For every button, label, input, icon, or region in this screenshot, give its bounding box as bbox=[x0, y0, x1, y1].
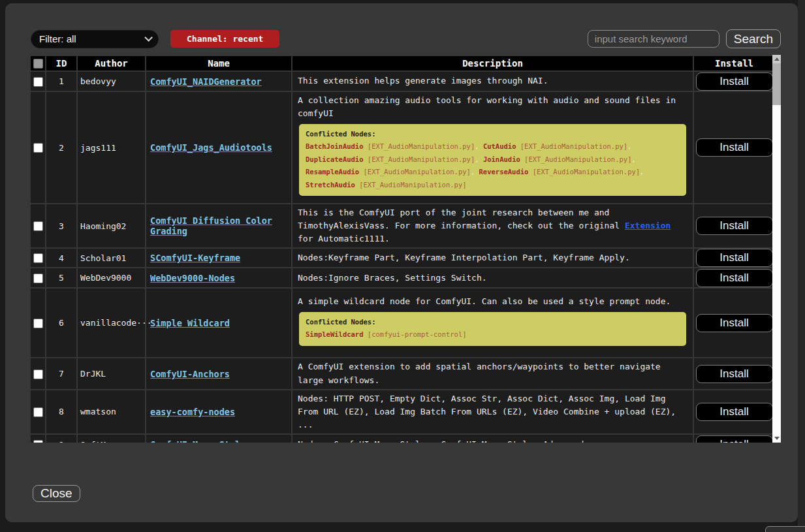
conflict-node-source: [EXT_AudioManipulation.py] bbox=[359, 181, 466, 189]
conflict-node-source: [EXT_AudioManipulation.py] bbox=[533, 168, 640, 176]
conflict-node-name: DuplicateAudio bbox=[306, 155, 364, 163]
row-description-cell: Nodes:Keyframe Part, Keyframe Interpolat… bbox=[292, 248, 693, 268]
conflicted-nodes-list: BatchJoinAudio [EXT_AudioManipulation.py… bbox=[306, 142, 644, 189]
description-text: Nodes:Keyframe Part, Keyframe Interpolat… bbox=[298, 251, 687, 264]
column-header-id: ID bbox=[46, 55, 77, 71]
table-row: 6vanillacode···Simple WildcardA simple w… bbox=[30, 288, 772, 358]
row-author: Haoming02 bbox=[77, 204, 146, 248]
row-checkbox-cell bbox=[30, 204, 46, 248]
arrow-down-icon bbox=[774, 437, 780, 440]
conflict-node-name: SimpleWildcard bbox=[306, 330, 364, 338]
row-checkbox[interactable] bbox=[33, 253, 43, 263]
extension-name-link[interactable]: easy-comfy-nodes bbox=[150, 407, 235, 417]
row-description-cell: A collection amazing audio tools for wor… bbox=[292, 91, 693, 204]
row-id: 2 bbox=[46, 91, 77, 204]
extension-name-link[interactable]: ComfyUI_Mexx_Styler bbox=[150, 439, 251, 443]
row-id: 5 bbox=[46, 268, 77, 288]
row-description-cell: Nodes: HTTP POST, Empty Dict, Assoc Str,… bbox=[292, 390, 693, 434]
filter-select-value: Filter: all bbox=[39, 33, 76, 44]
conflict-node-source: [EXT_AudioManipulation.py] bbox=[520, 142, 627, 150]
row-checkbox-cell bbox=[30, 288, 46, 358]
row-author: Scholar01 bbox=[77, 248, 146, 268]
table-header-row: ID Author Name Description Install bbox=[30, 55, 772, 71]
column-header-description: Description bbox=[292, 55, 693, 71]
install-button[interactable]: Install bbox=[696, 435, 773, 443]
row-checkbox[interactable] bbox=[33, 319, 43, 328]
row-install-cell: Install bbox=[693, 268, 772, 288]
row-author: jags111 bbox=[77, 91, 146, 204]
row-description-cell: Nodes: ComfyUI Mexx Styler, ComfyUI Mexx… bbox=[292, 434, 693, 443]
row-checkbox[interactable] bbox=[33, 143, 43, 153]
conflicted-nodes-warning: Conflicted Nodes:SimpleWildcard [comfyui… bbox=[299, 312, 686, 345]
table-row: 3Haoming02ComfyUI Diffusion Color Gradin… bbox=[30, 204, 772, 248]
row-id: 4 bbox=[46, 248, 77, 268]
install-button[interactable]: Install bbox=[696, 403, 773, 421]
row-install-cell: Install bbox=[693, 434, 772, 443]
conflict-node-source: [EXT_AudioManipulation.py] bbox=[524, 155, 631, 163]
row-author: vanillacode··· bbox=[77, 288, 146, 358]
install-button[interactable]: Install bbox=[696, 269, 773, 287]
description-text: Nodes: HTTP POST, Empty Dict, Assoc Str,… bbox=[298, 392, 687, 431]
table-row: 2jags111ComfyUI_Jags_AudiotoolsA collect… bbox=[30, 91, 772, 204]
row-install-cell: Install bbox=[693, 204, 772, 248]
install-button[interactable]: Install bbox=[696, 314, 773, 332]
row-author: bedovyy bbox=[77, 71, 146, 91]
conflict-node-name: ReverseAudio bbox=[479, 168, 529, 176]
scroll-up-button[interactable] bbox=[772, 55, 781, 63]
description-text: A ComfyUI extension to add spatial ancho… bbox=[298, 360, 687, 386]
row-checkbox-cell bbox=[30, 434, 46, 443]
row-checkbox[interactable] bbox=[33, 221, 43, 231]
table-area: ID Author Name Description Install 1bedo… bbox=[29, 55, 781, 443]
conflicted-nodes-warning: Conflicted Nodes:BatchJoinAudio [EXT_Aud… bbox=[299, 124, 686, 196]
header-checkbox-cell bbox=[30, 55, 46, 71]
install-button[interactable]: Install bbox=[696, 217, 773, 235]
install-button[interactable]: Install bbox=[696, 365, 773, 383]
row-install-cell: Install bbox=[693, 288, 772, 358]
row-checkbox[interactable] bbox=[33, 440, 43, 443]
select-all-checkbox[interactable] bbox=[33, 59, 43, 69]
row-checkbox-cell bbox=[30, 71, 46, 91]
extension-name-link[interactable]: Simple Wildcard bbox=[150, 318, 230, 328]
conflict-node-name: CutAudio bbox=[483, 142, 516, 150]
row-checkbox[interactable] bbox=[33, 77, 43, 87]
row-checkbox-cell bbox=[30, 358, 46, 389]
conflict-node-source: [EXT_AudioManipulation.py] bbox=[368, 142, 475, 150]
scrollbar-thumb[interactable] bbox=[772, 63, 781, 105]
row-author: WebDev9000 bbox=[77, 268, 146, 288]
search-input[interactable] bbox=[588, 30, 719, 48]
search-button[interactable]: Search bbox=[726, 29, 781, 48]
extension-name-link[interactable]: ComfyUI-Anchors bbox=[150, 369, 230, 379]
channel-badge[interactable]: Channel: recent bbox=[170, 30, 279, 48]
description-text: A collection amazing audio tools for wor… bbox=[298, 94, 687, 120]
row-author: DrJKL bbox=[77, 358, 146, 389]
conflict-node-source: [EXT_AudioManipulation.py] bbox=[368, 155, 475, 163]
filter-select[interactable]: Filter: all bbox=[31, 30, 159, 48]
extension-name-link[interactable]: SComfyUI-Keyframe bbox=[150, 253, 240, 263]
description-link[interactable]: Extension bbox=[625, 221, 671, 230]
close-button[interactable]: Close bbox=[33, 485, 80, 502]
row-install-cell: Install bbox=[693, 358, 772, 389]
extension-name-link[interactable]: ComfyUI_NAIDGenerator bbox=[150, 76, 262, 87]
scroll-down-button[interactable] bbox=[772, 434, 781, 443]
install-button[interactable]: Install bbox=[696, 72, 773, 91]
row-id: 8 bbox=[46, 390, 77, 434]
description-text: This extension helps generate images thr… bbox=[298, 74, 687, 87]
row-checkbox[interactable] bbox=[33, 274, 43, 283]
install-button[interactable]: Install bbox=[696, 138, 773, 157]
extension-name-link[interactable]: ComfyUI_Jags_Audiotools bbox=[150, 142, 272, 153]
table-scrollbar[interactable] bbox=[772, 55, 781, 443]
conflict-node-name: JoinAudio bbox=[483, 155, 520, 163]
extension-name-link[interactable]: ComfyUI Diffusion Color Grading bbox=[150, 215, 272, 236]
row-id: 6 bbox=[46, 288, 77, 358]
row-description-cell: Nodes:Ignore Braces, Settings Switch. bbox=[292, 268, 693, 288]
row-checkbox[interactable] bbox=[33, 407, 43, 417]
install-button[interactable]: Install bbox=[696, 249, 773, 267]
row-name-cell: easy-comfy-nodes bbox=[146, 390, 292, 434]
row-description-cell: This extension helps generate images thr… bbox=[292, 71, 693, 91]
row-id: 9 bbox=[46, 434, 77, 443]
row-checkbox[interactable] bbox=[33, 369, 43, 379]
table-row: 7DrJKLComfyUI-AnchorsA ComfyUI extension… bbox=[30, 358, 772, 389]
extension-name-link[interactable]: WebDev9000-Nodes bbox=[150, 273, 235, 283]
row-description-cell: This is the ComfyUI port of the joint re… bbox=[292, 204, 693, 248]
conflict-node-name: BatchJoinAudio bbox=[306, 142, 364, 150]
